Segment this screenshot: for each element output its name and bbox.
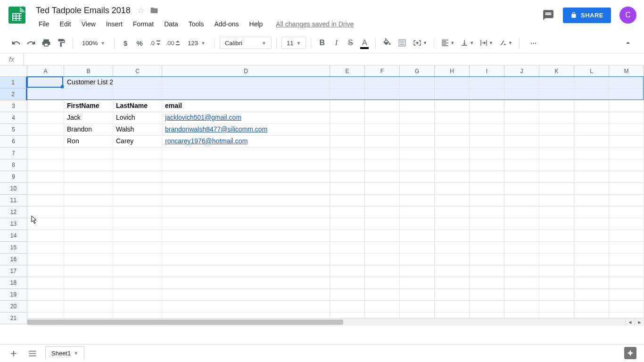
cell[interactable] <box>64 265 113 277</box>
cell[interactable] <box>574 112 609 124</box>
cell[interactable] <box>400 124 435 136</box>
cell[interactable] <box>27 254 64 265</box>
cell[interactable] <box>609 136 644 148</box>
cell[interactable] <box>470 230 504 242</box>
cell[interactable] <box>574 289 609 301</box>
cell[interactable] <box>162 77 330 89</box>
menu-help[interactable]: Help <box>245 18 268 30</box>
cell[interactable] <box>504 100 539 112</box>
cell[interactable] <box>27 206 64 218</box>
bold-icon[interactable]: B <box>316 36 328 50</box>
cell[interactable] <box>365 148 400 159</box>
cell[interactable] <box>470 77 504 89</box>
cell[interactable] <box>162 230 330 242</box>
cell[interactable] <box>400 218 435 230</box>
cell[interactable] <box>365 277 400 289</box>
column-header[interactable]: L <box>574 66 609 76</box>
menu-insert[interactable]: Insert <box>101 18 127 30</box>
cell[interactable] <box>113 195 162 206</box>
cell[interactable] <box>365 77 400 89</box>
cell[interactable] <box>504 254 539 265</box>
cell[interactable] <box>162 195 330 206</box>
cell[interactable]: brandonwalsh8477@silicomm.com <box>162 124 330 136</box>
cell[interactable] <box>113 206 162 218</box>
cell[interactable] <box>435 112 470 124</box>
cell[interactable] <box>330 112 365 124</box>
cell[interactable] <box>27 89 64 100</box>
cell[interactable] <box>162 206 330 218</box>
cell[interactable] <box>609 230 644 242</box>
cell[interactable] <box>539 277 574 289</box>
cell[interactable] <box>365 112 400 124</box>
cell[interactable] <box>504 124 539 136</box>
cell[interactable] <box>609 124 644 136</box>
cell[interactable] <box>162 277 330 289</box>
cell[interactable] <box>504 89 539 100</box>
row-header[interactable]: 17 <box>0 265 27 277</box>
cell[interactable] <box>470 242 504 254</box>
cell[interactable] <box>400 277 435 289</box>
cell[interactable] <box>330 254 365 265</box>
hscroll-buttons[interactable]: ◄► <box>625 318 644 326</box>
cell[interactable] <box>113 171 162 183</box>
cell[interactable] <box>330 206 365 218</box>
cell[interactable] <box>539 265 574 277</box>
cell[interactable] <box>400 136 435 148</box>
row-header[interactable]: 2 <box>0 89 27 100</box>
cell[interactable] <box>539 89 574 100</box>
cell[interactable] <box>539 195 574 206</box>
cell[interactable] <box>609 195 644 206</box>
row-header[interactable]: 14 <box>0 230 27 242</box>
cell[interactable] <box>162 183 330 195</box>
row-header[interactable]: 1 <box>0 77 27 89</box>
cell[interactable] <box>400 242 435 254</box>
cell[interactable] <box>609 289 644 301</box>
cell[interactable] <box>609 112 644 124</box>
column-header[interactable]: J <box>504 66 539 76</box>
cell[interactable] <box>64 218 113 230</box>
cell[interactable] <box>400 100 435 112</box>
cell[interactable] <box>365 124 400 136</box>
menu-format[interactable]: Format <box>128 18 158 30</box>
number-format-combo[interactable]: 123▼ <box>183 37 210 49</box>
star-icon[interactable]: ☆ <box>137 5 145 16</box>
cell[interactable] <box>470 277 504 289</box>
formula-input[interactable] <box>24 53 644 65</box>
cell[interactable] <box>470 136 504 148</box>
italic-icon[interactable]: I <box>330 36 342 50</box>
cell[interactable] <box>574 183 609 195</box>
cell[interactable] <box>609 218 644 230</box>
collapse-toolbar-icon[interactable] <box>621 36 635 50</box>
cell[interactable]: Jack <box>64 112 113 124</box>
cell[interactable] <box>400 230 435 242</box>
cell[interactable] <box>574 195 609 206</box>
cell[interactable] <box>539 171 574 183</box>
cell[interactable] <box>64 301 113 313</box>
sheet-tab-active[interactable]: Sheet1▼ <box>45 346 84 360</box>
cell[interactable] <box>27 301 64 313</box>
cell[interactable] <box>470 148 504 159</box>
cell[interactable] <box>365 183 400 195</box>
row-header[interactable]: 9 <box>0 171 27 183</box>
cell[interactable] <box>470 206 504 218</box>
cell[interactable] <box>365 301 400 313</box>
row-header[interactable]: 19 <box>0 289 27 301</box>
cell[interactable] <box>435 136 470 148</box>
cell[interactable] <box>365 195 400 206</box>
menu-addons[interactable]: Add-ons <box>209 18 243 30</box>
cell[interactable] <box>330 289 365 301</box>
cell[interactable] <box>64 242 113 254</box>
cell[interactable] <box>27 112 64 124</box>
cell[interactable] <box>539 100 574 112</box>
cell[interactable] <box>504 218 539 230</box>
cell[interactable] <box>162 301 330 313</box>
cell[interactable] <box>330 218 365 230</box>
cell[interactable] <box>162 148 330 159</box>
cell[interactable] <box>400 301 435 313</box>
cell[interactable]: Carey <box>113 136 162 148</box>
column-header[interactable]: E <box>330 66 365 76</box>
cell[interactable] <box>435 277 470 289</box>
cell[interactable] <box>330 277 365 289</box>
cell[interactable] <box>609 301 644 313</box>
redo-icon[interactable] <box>25 36 38 50</box>
